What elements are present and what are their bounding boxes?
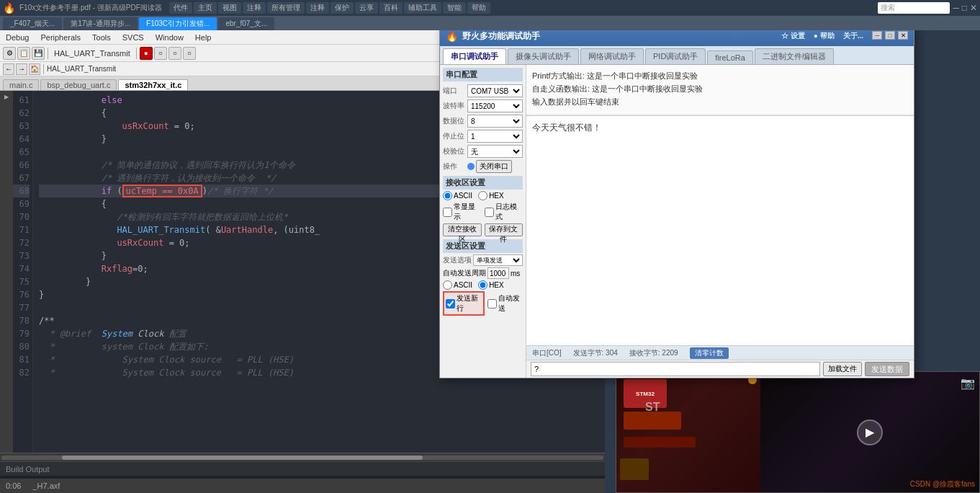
toolbar-sep-2 [136,48,137,59]
maximize-btn[interactable]: □ [962,3,967,13]
serial-recv-area[interactable]: 今天天气很不错！ [526,116,914,345]
log-checkbox[interactable] [485,208,494,217]
st-tab-camera[interactable]: 摄像头调试助手 [508,48,579,64]
newline-checkbox[interactable] [446,299,455,308]
top-tab-7[interactable]: 保护 [331,2,354,14]
send-data-btn[interactable]: 发送数据 [865,362,909,376]
send-ascii-label: ASCII [454,281,472,289]
serial-tabs: 串口调试助手 摄像头调试助手 网络调试助手 PID调试助手 fireLoRa 二… [440,46,914,65]
auto-period-label: 自动发送周期 [443,268,486,278]
top-tab-12[interactable]: 帮助 [467,2,490,14]
auto-period-input[interactable] [487,267,509,279]
serial-help-btn[interactable]: ● 帮助 [814,31,835,41]
win-minimize-btn[interactable]: ─ [872,31,882,40]
parity-select[interactable]: 无 [467,145,523,158]
app-title-tab: F10x文件参考手册.pdf - 强新高级PDF阅读器 [19,3,162,13]
file-tab-it[interactable]: stm32h7xx_it.c [118,79,188,90]
baud-select[interactable]: 115200 [467,99,523,112]
close-btn[interactable]: ✕ [970,3,977,13]
recv-hex-label: HEX [489,192,504,200]
serial-tool-window: 🔥 野火多功能调试助手 ☆ 设置 ● 帮助 关于... ─ □ ✕ 串口调试助手… [439,25,914,378]
newline-label: 发送新行 [457,293,482,314]
port-select[interactable]: COM7 USB [467,84,523,97]
top-tab-9[interactable]: 百科 [379,2,403,14]
serial-close-btn[interactable]: 关于... [843,31,863,41]
menu-help[interactable]: Help [189,32,217,43]
app-tab-4[interactable]: ebr_f07_文... [218,17,274,30]
toolbar2-icon-3[interactable]: 🏠 [29,63,40,75]
serial-status-bar: 串口[CO] 发送字节: 304 接收字节: 2209 清零计数 [526,345,914,360]
top-tab-5[interactable]: 所有管理 [267,2,305,14]
top-tab-2[interactable]: 主页 [194,2,217,14]
camera-icon[interactable]: 📷 [961,376,975,390]
op-label: 操作 [443,161,466,172]
st-tab-serial[interactable]: 串口调试助手 [443,48,506,64]
menu-peripherals[interactable]: Peripherals [35,32,86,43]
top-tab-8[interactable]: 云享 [355,2,378,14]
save-file-btn[interactable]: 保存到文件 [485,223,523,236]
top-tab-1[interactable]: 代件 [169,2,192,14]
toolbar2-icon-1[interactable]: ← [3,63,14,75]
clear-recv-btn[interactable]: 清空接收区 [443,223,482,236]
app-tab-1[interactable]: _F407_烟天... [3,17,62,30]
file-tab-main[interactable]: main.c [3,79,39,90]
menu-debug[interactable]: Debug [0,32,35,43]
toolbar-icon-5[interactable]: ○ [154,47,167,60]
add-file-btn[interactable]: 加载文件 [823,362,862,376]
recv-ascii-radio[interactable] [443,191,452,200]
top-tab-3[interactable]: 视图 [218,2,241,14]
menu-tools[interactable]: Tools [86,32,117,43]
toolbar-icon-3[interactable]: 💾 [32,47,45,60]
search-input[interactable]: 搜索 [878,2,950,14]
serial-tool-title: 野火多功能调试助手 [462,30,540,43]
app-tab-3[interactable]: F103C引力引发错... [139,17,217,30]
clear-counter-btn[interactable]: 清零计数 [690,347,729,359]
toolbar-icon-7[interactable]: ○ [183,47,196,60]
data-bits-select[interactable]: 8 [467,115,523,128]
st-tab-pid[interactable]: PID调试助手 [645,48,706,64]
play-btn[interactable]: ▶ [857,419,883,445]
st-tab-network[interactable]: 网络调试助手 [580,48,644,64]
top-tab-10[interactable]: 辅助工具 [404,2,441,14]
hscroll[interactable] [0,453,605,461]
top-tab-6[interactable]: 注释 [306,2,329,14]
bp-tab-2[interactable] [55,468,67,471]
auto-send-checkbox[interactable] [487,299,497,308]
show-checkbox[interactable] [443,208,452,217]
file-tab-bsp[interactable]: bsp_debug_uart.c [40,79,117,90]
menu-svcs[interactable]: SVCS [117,32,150,43]
recv-content: 今天天气很不错！ [532,122,908,134]
st-tab-binary[interactable]: 二进制文件编辑器 [755,48,834,64]
toolbar-icon-1[interactable]: ⚙ [3,47,16,60]
serial-settings-btn[interactable]: ☆ 设置 [781,31,805,41]
bp-tab-build[interactable]: Build Output [0,463,55,475]
top-tab-4[interactable]: 注释 [243,2,266,14]
status-pos: 0:06 [6,481,21,490]
left-gutter: ▶ [0,91,13,453]
send-hex-radio[interactable] [478,280,487,290]
parity-label: 校验位 [443,146,466,156]
toolbar-icon-4[interactable]: ● [140,47,153,60]
send-input[interactable] [531,362,820,376]
send-opt-select[interactable]: 单项发送 [473,254,523,266]
top-tab-11[interactable]: 智能 [443,2,466,14]
close-port-btn[interactable]: 关闭串口 [476,160,512,173]
win-maximize-btn[interactable]: □ [885,31,895,40]
app-tab-2[interactable]: 第17讲-通用异步... [63,17,138,30]
data-bits-label: 数据位 [443,116,466,126]
toolbar-icon-6[interactable]: ○ [168,47,181,60]
menu-window[interactable]: Window [150,32,189,43]
minimize-btn[interactable]: ─ [953,3,959,13]
win-close-btn[interactable]: ✕ [898,31,908,40]
st-tab-lora[interactable]: fireLoRa [707,50,753,64]
toolbar2-sep [43,64,44,74]
show-label: 常显显示 [454,202,482,222]
baud-label: 波特率 [443,101,466,111]
toolbar2-icon-2[interactable]: → [16,63,27,75]
stop-bits-select[interactable]: 1 [467,130,523,143]
serial-config-panel: 串口配置 端口 COM7 USB 波特率 115200 数据位 8 [440,65,526,378]
status-send-bytes: 发送字节: 304 [573,348,618,358]
send-ascii-radio[interactable] [443,280,452,290]
toolbar-icon-2[interactable]: 📋 [17,47,30,60]
recv-hex-radio[interactable] [478,191,487,200]
